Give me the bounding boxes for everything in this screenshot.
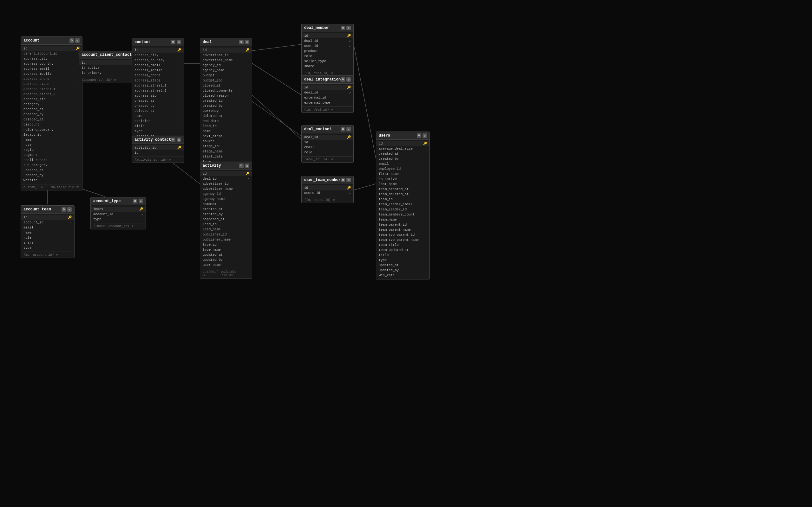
- table-contact-header[interactable]: contact ⧉ ⊞: [132, 38, 184, 46]
- deal-expand-icon[interactable]: ⊞: [245, 40, 249, 44]
- table-row: team_updated_at: [376, 247, 429, 252]
- table-row: address_street_1: [132, 83, 184, 88]
- table-account: account ⧉ ⊞ id 🔑 parent_account_id ↗ add…: [20, 37, 83, 190]
- aty-expand-icon[interactable]: ⊞: [139, 199, 143, 204]
- table-row: created_by: [132, 103, 184, 108]
- users-copy-icon[interactable]: ⧉: [417, 133, 421, 138]
- table-row: advertiser_id: [200, 53, 252, 58]
- table-row: id 🔑: [302, 33, 353, 38]
- table-row: lead_id: [200, 222, 252, 227]
- table-account-type: account_type ⧉ ⊞ index 🔑 account_id ↗ ty…: [90, 197, 146, 229]
- table-row: updated_at: [376, 263, 429, 268]
- dc-copy-icon[interactable]: ⧉: [341, 127, 345, 131]
- table-row: address_email: [132, 63, 184, 68]
- table-utm-header[interactable]: user_team_member ⧉ ⊞: [302, 176, 353, 184]
- table-row: team_tvp_parent_name: [376, 237, 429, 242]
- table-row: address_street_2: [132, 88, 184, 93]
- table-ac-header[interactable]: activity_contact ⧉ ⊞: [132, 136, 184, 144]
- table-row: stage_name: [200, 149, 252, 154]
- table-dc-title: deal_contact: [304, 127, 332, 131]
- table-row: name: [21, 230, 74, 235]
- activity-copy-icon[interactable]: ⧉: [239, 164, 244, 168]
- table-row: team_title: [376, 242, 429, 247]
- table-activity: activity ⧉ ⊞ id 🔑 deal_id ↗ advertiser_i…: [200, 162, 252, 279]
- table-row: created_by: [200, 103, 252, 108]
- table-row: employee_id: [376, 166, 429, 171]
- table-deal-header[interactable]: deal ⧉ ⊞: [200, 38, 252, 46]
- table-row: next_steps: [200, 134, 252, 139]
- at-expand-icon[interactable]: ⊞: [67, 207, 72, 212]
- utm-expand-icon[interactable]: ⊞: [346, 178, 351, 182]
- di-expand-icon[interactable]: ⊞: [346, 77, 351, 82]
- table-at-header[interactable]: account_team ⧉ ⊞: [21, 206, 74, 214]
- table-row: type: [376, 258, 429, 263]
- table-row: legacy_id: [21, 132, 82, 137]
- table-utm-body: id 🔑 users_id ↗: [302, 184, 353, 197]
- table-di-header[interactable]: deal_integration ⧉ ⊞: [302, 76, 353, 83]
- deal-copy-icon[interactable]: ⧉: [239, 40, 244, 44]
- table-row: id 🔑: [21, 46, 82, 51]
- table-row: created_at: [132, 98, 184, 103]
- table-account-icons: ⧉ ⊞: [69, 38, 80, 43]
- table-activity-body: id 🔑 deal_id ↗ advertiser_id advertiser_…: [200, 170, 252, 269]
- table-row: website: [21, 178, 82, 183]
- users-expand-icon[interactable]: ⊞: [422, 133, 427, 138]
- table-dm-header[interactable]: deal_member ⧉ ⊞: [302, 24, 353, 32]
- aty-copy-icon[interactable]: ⧉: [133, 199, 137, 204]
- table-row: win_rate: [376, 273, 429, 278]
- table-row: id: [132, 150, 184, 155]
- table-row: account_id ↗: [21, 220, 74, 225]
- account-copy-icon[interactable]: ⧉: [69, 38, 74, 43]
- table-row: id 🔑: [132, 48, 184, 53]
- table-activity-contact: activity_contact ⧉ ⊞ activity_id 🔑 id {a…: [132, 135, 184, 163]
- table-di-body: id 🔑 deal_id ↗ external_id external_type: [302, 83, 353, 107]
- di-copy-icon[interactable]: ⧉: [341, 77, 345, 82]
- table-row: deleted_at: [200, 113, 252, 118]
- table-row: discount: [21, 122, 82, 127]
- table-users-body: id 🔑 average_deal_size created_at create…: [376, 140, 429, 279]
- table-row: share: [21, 240, 74, 245]
- dm-copy-icon[interactable]: ⧉: [341, 26, 345, 30]
- table-row: holding_company: [21, 127, 82, 132]
- table-row: comment: [200, 202, 252, 207]
- table-aty-header[interactable]: account_type ⧉ ⊞: [91, 198, 146, 205]
- table-row: team_parent_id: [376, 222, 429, 227]
- table-aty-title: account_type: [93, 199, 120, 204]
- ac-expand-icon[interactable]: ⊞: [177, 137, 181, 142]
- dc-expand-icon[interactable]: ⊞: [346, 127, 351, 131]
- table-account-header[interactable]: account ⧉ ⊞: [21, 37, 82, 45]
- pk-icon: 🔑: [76, 47, 80, 50]
- table-row: closed_at: [200, 83, 252, 88]
- svg-line-6: [252, 44, 301, 51]
- table-activity-title: activity: [203, 164, 221, 168]
- table-contact-body: id 🔑 address_city address_country addres…: [132, 46, 184, 150]
- at-copy-icon[interactable]: ⧉: [61, 207, 66, 212]
- table-di-title: deal_integration: [304, 77, 341, 82]
- table-row: id 🔑: [200, 171, 252, 176]
- table-aty-footer: {index, account_id} ⊕: [91, 223, 146, 229]
- table-row: id 🔑: [21, 215, 74, 220]
- table-row: id: [302, 140, 353, 145]
- table-dc-header[interactable]: deal_contact ⧉ ⊞: [302, 125, 353, 133]
- activity-expand-icon[interactable]: ⊞: [245, 164, 249, 168]
- utm-copy-icon[interactable]: ⧉: [341, 178, 345, 182]
- table-row: team_leader_email: [376, 202, 429, 207]
- contact-copy-icon[interactable]: ⧉: [171, 40, 175, 44]
- table-dm-title: deal_member: [304, 26, 329, 30]
- ac-copy-icon[interactable]: ⧉: [171, 137, 175, 142]
- table-dc-footer: {deal_id, id} ⊕: [302, 156, 353, 162]
- table-ac-title: activity_contact: [135, 137, 171, 142]
- table-row: created_by: [21, 112, 82, 117]
- table-row: closed_reason: [200, 93, 252, 98]
- table-row: address_email: [21, 66, 82, 71]
- table-activity-header[interactable]: activity ⧉ ⊞: [200, 162, 252, 170]
- table-row: address_mobile: [132, 68, 184, 73]
- dm-expand-icon[interactable]: ⊞: [346, 26, 351, 30]
- table-row: type_name: [200, 247, 252, 252]
- table-account-team: account_team ⧉ ⊞ id 🔑 account_id ↗ email…: [20, 205, 74, 258]
- table-row: product: [302, 49, 353, 54]
- contact-expand-icon[interactable]: ⊞: [177, 40, 181, 44]
- account-expand-icon[interactable]: ⊞: [75, 38, 80, 43]
- table-users-header[interactable]: users ⧉ ⊞: [376, 132, 429, 140]
- table-row: note: [21, 142, 82, 147]
